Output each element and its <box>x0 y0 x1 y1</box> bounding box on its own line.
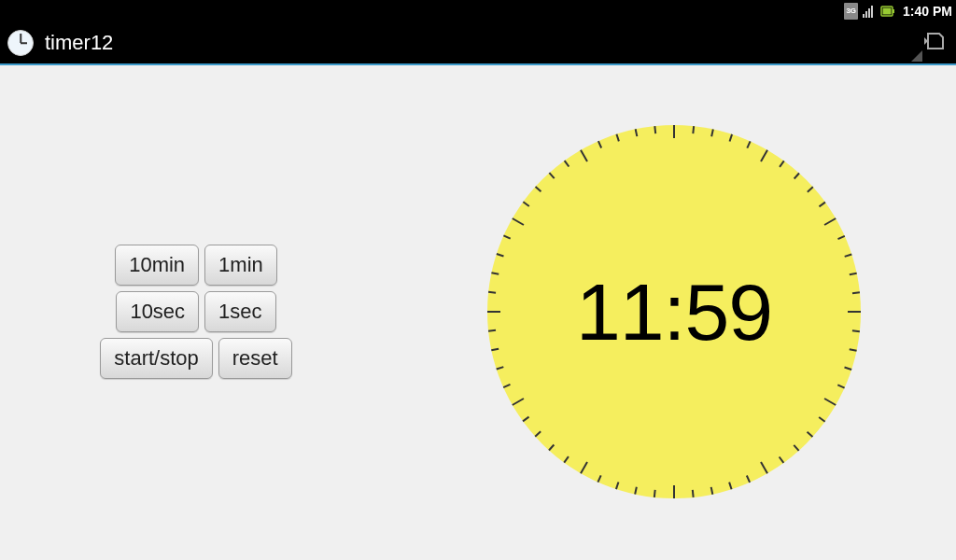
button-row-3: start/stop reset <box>100 338 291 379</box>
clock-tick-icon <box>779 456 784 463</box>
clock-tick-icon <box>852 291 860 293</box>
clock-tick-icon <box>535 187 541 192</box>
clock-tick-icon <box>779 161 784 167</box>
clock-tick-icon <box>794 444 799 451</box>
clock-tick-icon <box>491 348 499 351</box>
clock-tick-icon <box>807 187 813 192</box>
clock-tick-icon <box>692 490 694 497</box>
clock-tick-icon <box>580 149 588 161</box>
clock-tick-icon <box>598 475 602 483</box>
clock-tick-icon <box>497 253 504 257</box>
svg-rect-5 <box>883 8 892 15</box>
clock-tick-icon <box>794 173 799 179</box>
controls-panel: 10min 1min 10sec 1sec start/stop reset <box>0 245 392 379</box>
svg-rect-3 <box>871 6 873 18</box>
network-3g-icon: 3G <box>844 3 858 20</box>
clock-tick-icon <box>598 141 602 148</box>
clock-tick-icon <box>746 475 751 483</box>
clock-tick-icon <box>488 329 496 331</box>
clock-tick-icon <box>710 487 713 495</box>
clock-tick-icon <box>512 217 524 226</box>
clock-panel: 11:59 <box>392 125 956 498</box>
clock-tick-icon <box>837 235 845 240</box>
clock-tick-icon <box>615 482 619 489</box>
start-stop-button[interactable]: start/stop <box>100 338 212 379</box>
clock-tick-icon <box>635 487 638 495</box>
clock-tick-icon <box>580 462 588 474</box>
clock-tick-icon <box>523 202 529 207</box>
clock-tick-icon <box>807 431 813 437</box>
signal-icon <box>862 3 877 20</box>
clock-tick-icon <box>497 367 504 371</box>
clock-tick-icon <box>673 125 675 138</box>
main-content: 10min 1min 10sec 1sec start/stop reset 1… <box>0 65 956 558</box>
app-title: timer12 <box>45 31 881 55</box>
clock-tick-icon <box>850 348 857 351</box>
status-bar: 3G 1:40 PM <box>0 0 956 22</box>
clock-tick-icon <box>746 141 751 148</box>
clock-tick-icon <box>844 367 851 371</box>
add-10sec-button[interactable]: 10sec <box>116 291 199 332</box>
clock-tick-icon <box>673 485 675 498</box>
clock-tick-icon <box>488 291 496 293</box>
timer-display: 11:59 <box>576 266 772 358</box>
clock-tick-icon <box>564 456 569 463</box>
app-clock-icon <box>7 30 34 56</box>
clock-tick-icon <box>729 482 733 489</box>
clock-tick-icon <box>844 253 851 257</box>
clock-tick-icon <box>503 235 511 240</box>
clock-tick-icon <box>837 384 845 388</box>
clock-tick-icon <box>824 217 836 226</box>
clock-tick-icon <box>819 416 825 422</box>
clock-tick-icon <box>824 398 836 406</box>
clock-tick-icon <box>850 273 857 275</box>
clock-tick-icon <box>564 161 569 167</box>
svg-rect-1 <box>865 11 867 18</box>
dropdown-indicator-icon[interactable] <box>911 50 922 62</box>
clock-tick-icon <box>549 173 555 179</box>
clock-tick-icon <box>535 431 541 437</box>
clock-tick-icon <box>760 462 768 474</box>
sd-card-icon[interactable] <box>922 30 949 56</box>
clock-tick-icon <box>852 329 860 331</box>
svg-rect-0 <box>863 14 865 18</box>
svg-rect-6 <box>893 9 894 13</box>
clock-tick-icon <box>512 398 524 406</box>
clock-tick-icon <box>491 273 499 275</box>
clock-tick-icon <box>710 129 713 136</box>
clock-tick-icon <box>848 311 861 313</box>
clock-tick-icon <box>760 149 768 161</box>
clock-tick-icon <box>523 416 529 422</box>
clock-tick-icon <box>692 126 694 133</box>
status-time: 1:40 PM <box>899 4 952 19</box>
clock-tick-icon <box>729 134 733 142</box>
svg-rect-2 <box>868 8 870 18</box>
clock-tick-icon <box>654 126 655 133</box>
battery-icon <box>880 3 895 20</box>
clock-face: 11:59 <box>487 125 861 498</box>
add-1min-button[interactable]: 1min <box>204 245 277 286</box>
button-row-1: 10min 1min <box>115 245 277 286</box>
clock-tick-icon <box>615 134 619 142</box>
add-10min-button[interactable]: 10min <box>115 245 199 286</box>
button-row-2: 10sec 1sec <box>116 291 275 332</box>
clock-tick-icon <box>635 129 638 136</box>
clock-tick-icon <box>819 202 825 207</box>
clock-tick-icon <box>487 311 500 313</box>
title-bar: timer12 <box>0 22 956 65</box>
reset-button[interactable]: reset <box>218 338 292 379</box>
add-1sec-button[interactable]: 1sec <box>204 291 275 332</box>
clock-tick-icon <box>549 444 555 451</box>
clock-tick-icon <box>503 384 511 388</box>
clock-tick-icon <box>654 490 655 497</box>
